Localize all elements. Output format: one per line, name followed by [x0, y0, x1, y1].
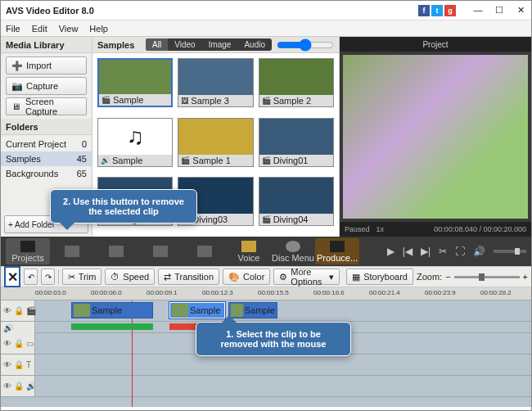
plus-icon: ➕	[11, 61, 21, 71]
zoom-in-button[interactable]: +	[523, 272, 528, 282]
clapper-icon	[330, 241, 345, 252]
mode-disc[interactable]: Disc Menu	[271, 238, 315, 264]
more-options-button[interactable]: ⚙More Options▾	[273, 269, 340, 285]
thumbnail-sample[interactable]: ♫🔊Sample	[97, 118, 173, 167]
preview-area[interactable]	[343, 55, 528, 219]
color-button[interactable]: 🎨Color	[223, 269, 270, 285]
gauge-icon: ⏱	[110, 272, 119, 282]
lock-icon[interactable]: 🔒	[14, 306, 24, 315]
mode-projects[interactable]: Projects	[6, 238, 50, 264]
split-button[interactable]: ✂	[439, 246, 447, 257]
menu-view[interactable]: View	[59, 24, 79, 34]
trim-button[interactable]: ✂Trim	[62, 269, 102, 285]
maximize-button[interactable]: ☐	[494, 5, 505, 16]
mic-icon	[241, 241, 256, 252]
mode-effects[interactable]	[138, 238, 183, 264]
overlay-track-icon: ▭	[26, 339, 34, 348]
ruler-tick: 00:00:21.4	[369, 289, 400, 296]
effects-icon	[153, 246, 168, 257]
palette-icon: 🎨	[228, 272, 240, 282]
minimize-button[interactable]: —	[472, 5, 484, 16]
time-current: 00:00:08.040	[434, 225, 477, 233]
folder-current-project[interactable]: Current Project0	[1, 137, 92, 151]
mode-voice[interactable]: Voice	[227, 238, 271, 264]
play-button[interactable]: ▶	[387, 246, 394, 257]
video-icon: 🎬	[262, 97, 271, 105]
tab-image[interactable]: Image	[202, 38, 238, 51]
sliders-icon: ⚙	[279, 272, 287, 282]
ruler-tick: 00:00:06.0	[91, 289, 122, 296]
undo-button[interactable]: ↶	[24, 269, 38, 285]
lock-icon[interactable]: 🔒	[14, 339, 24, 348]
transition-icon: ⇄	[164, 272, 171, 282]
googleplus-icon[interactable]: g	[444, 5, 456, 16]
menu-help[interactable]: Help	[89, 24, 108, 34]
eye-icon[interactable]: 👁	[3, 382, 11, 391]
folder-samples[interactable]: Samples45	[1, 151, 92, 166]
thumbnail-sample-3[interactable]: 🖼Sample 3	[178, 58, 253, 107]
clip-thumb	[74, 304, 90, 317]
twitter-icon[interactable]: t	[431, 5, 443, 16]
eye-icon[interactable]: 👁	[3, 339, 11, 348]
eye-icon[interactable]: 👁	[3, 360, 11, 369]
menu-file[interactable]: File	[6, 24, 20, 34]
zoom-out-button[interactable]: −	[445, 272, 450, 282]
lock-icon[interactable]: 🔒	[14, 360, 24, 369]
folders-header: Folders	[1, 119, 92, 135]
thumbnail-diving01[interactable]: 🎬Diving01	[259, 118, 334, 167]
zoom-slider[interactable]	[454, 276, 520, 278]
camera-icon: 📷	[11, 81, 21, 92]
capture-button[interactable]: 📷Capture	[6, 77, 87, 95]
import-button[interactable]: ➕Import	[6, 56, 87, 75]
thumb-size-slider[interactable]	[277, 38, 334, 52]
mode-media[interactable]	[50, 238, 94, 264]
redo-button[interactable]: ↷	[41, 269, 55, 285]
ruler-tick: 00:00:28.2	[480, 289, 512, 296]
timeline-ruler[interactable]: 00:00:03.000:00:06.000:00:09.100:00:12.3…	[1, 287, 531, 300]
volume-icon[interactable]: 🔊	[473, 246, 485, 257]
produce-button[interactable]: Produce...	[315, 238, 359, 264]
volume-slider[interactable]	[494, 250, 526, 253]
eye-icon[interactable]: 👁	[3, 306, 11, 315]
storyboard-button[interactable]: ▦Storyboard	[346, 269, 413, 285]
text-icon	[197, 246, 212, 257]
screen-capture-button[interactable]: 🖥Screen Capture	[6, 97, 87, 115]
tab-all[interactable]: All	[146, 38, 168, 51]
tab-audio[interactable]: Audio	[237, 38, 272, 51]
clapper-icon	[20, 241, 35, 252]
tab-video[interactable]: Video	[168, 38, 201, 51]
lock-icon[interactable]: 🔒	[14, 382, 24, 391]
timeline-clip[interactable]: Sample	[169, 302, 225, 318]
mode-transitions[interactable]	[94, 238, 138, 264]
zoom-label: Zoom:	[417, 272, 442, 282]
close-button[interactable]: ✕	[515, 5, 526, 16]
disc-icon	[286, 241, 300, 252]
time-total: 00:00:20.000	[483, 225, 526, 233]
ruler-tick: 00:00:18.6	[313, 289, 345, 296]
folder-backgrounds[interactable]: Backgrounds65	[1, 166, 92, 181]
ruler-tick: 00:00:03.0	[35, 289, 66, 296]
grid-icon: ▦	[352, 272, 360, 282]
delete-clip-button[interactable]: ✕	[4, 266, 20, 287]
video-icon: 🎬	[262, 215, 271, 224]
media-library-header: Media Library	[1, 37, 92, 53]
thumbnail-sample[interactable]: 🎬Sample	[97, 58, 173, 107]
timeline-clip[interactable]: Sample	[71, 302, 153, 318]
thumbnail-diving04[interactable]: 🎬Diving04	[259, 177, 334, 226]
video-icon: 🎬	[101, 96, 110, 104]
facebook-icon[interactable]: f	[418, 5, 430, 16]
thumbnail-sample-2[interactable]: 🎬Sample 2	[259, 58, 334, 107]
mode-text[interactable]	[183, 238, 227, 264]
thumbnail-sample-1[interactable]: 🎬Sample 1	[178, 118, 253, 167]
ruler-tick: 00:00:15.5	[258, 289, 289, 296]
scissors-icon: ✂	[68, 272, 75, 282]
fullscreen-button[interactable]: ⛶	[455, 246, 465, 257]
audio-clip[interactable]	[71, 323, 153, 330]
video-icon: 🎬	[181, 156, 190, 165]
menu-edit[interactable]: Edit	[32, 24, 47, 34]
speed-button[interactable]: ⏱Speed	[105, 269, 155, 285]
ruler-tick: 00:00:12.3	[202, 289, 233, 296]
next-button[interactable]: ▶|	[421, 246, 431, 257]
prev-button[interactable]: |◀	[403, 246, 413, 257]
transition-button[interactable]: ⇄Transition	[158, 269, 219, 285]
